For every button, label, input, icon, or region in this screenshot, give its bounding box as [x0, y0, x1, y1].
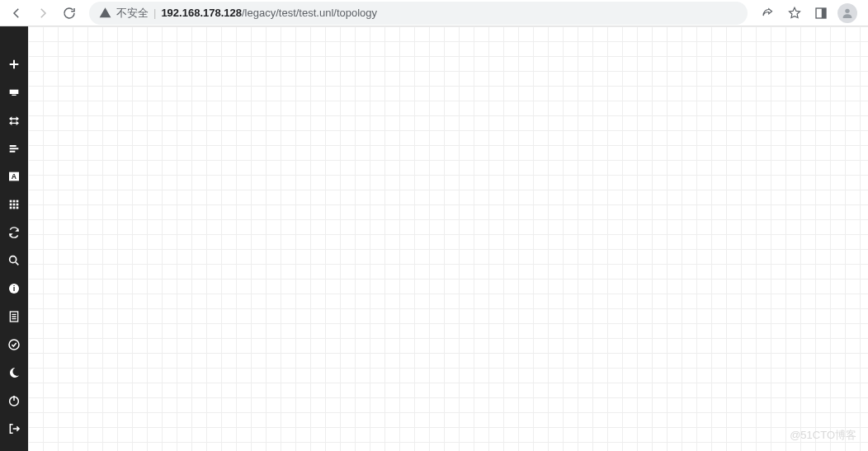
moon-icon: [7, 366, 21, 379]
zoom-icon: [7, 254, 21, 267]
avatar-icon: [837, 3, 857, 23]
svg-text:i: i: [13, 284, 16, 293]
server-icon: [7, 86, 21, 99]
svg-rect-8: [13, 200, 16, 203]
sidebar-item-dark[interactable]: [0, 364, 28, 381]
sidebar-item-power[interactable]: [0, 392, 28, 409]
sidebar-item-logout[interactable]: [0, 420, 28, 437]
svg-point-2: [845, 8, 849, 12]
arrow-right-icon: [35, 6, 50, 21]
sidebar-item-configs[interactable]: [0, 140, 28, 157]
arrows-h-icon: [7, 114, 21, 127]
profile-button[interactable]: [835, 1, 860, 26]
svg-rect-1: [822, 8, 826, 18]
sidebar-item-networks[interactable]: [0, 112, 28, 129]
svg-rect-10: [10, 204, 12, 206]
info-icon: i: [7, 282, 21, 295]
logout-icon: [7, 422, 21, 435]
doc-lines-icon: [7, 310, 21, 323]
sidebar-item-nodes[interactable]: [0, 84, 28, 101]
check-circle-icon: [7, 338, 21, 351]
plus-icon: [7, 58, 21, 71]
sidebar-item-grid[interactable]: [0, 196, 28, 213]
svg-rect-3: [10, 90, 19, 94]
refresh-icon: [7, 226, 21, 239]
sidebar-item-status[interactable]: [0, 336, 28, 353]
share-button[interactable]: [756, 1, 781, 26]
not-secure-icon: [99, 7, 111, 19]
watermark: @51CTO博客: [790, 428, 856, 443]
share-icon: [761, 6, 776, 21]
not-secure-label: 不安全: [116, 6, 149, 21]
sidebar-item-zoom[interactable]: [0, 252, 28, 269]
sidebar-item-refresh[interactable]: [0, 224, 28, 241]
svg-rect-7: [10, 200, 12, 203]
topology-canvas[interactable]: @51CTO博客: [28, 26, 868, 451]
sidebar-item-add[interactable]: [0, 56, 28, 73]
svg-text:A: A: [12, 172, 17, 181]
app-body: A i @51CTO博客: [0, 26, 868, 451]
separator: |: [153, 7, 156, 19]
svg-rect-12: [17, 204, 19, 206]
sidebar-item-logs[interactable]: [0, 308, 28, 325]
svg-point-20: [9, 340, 19, 350]
arrow-left-icon: [9, 6, 24, 21]
svg-rect-14: [13, 207, 16, 209]
sidebar-item-info[interactable]: i: [0, 280, 28, 297]
reload-icon: [62, 6, 77, 21]
sidebar-item-text[interactable]: A: [0, 168, 28, 185]
bookmark-button[interactable]: [782, 1, 807, 26]
back-button[interactable]: [5, 2, 28, 25]
browser-toolbar: 不安全 | 192.168.178.128/legacy/test/test.u…: [0, 0, 868, 26]
url-text: 192.168.178.128/legacy/test/test.unl/top…: [161, 7, 377, 19]
svg-point-16: [10, 256, 17, 263]
side-panel-button[interactable]: [809, 1, 833, 26]
address-bar[interactable]: 不安全 | 192.168.178.128/legacy/test/test.u…: [89, 2, 748, 25]
svg-rect-4: [12, 95, 16, 96]
power-icon: [7, 394, 21, 407]
svg-rect-11: [13, 204, 16, 206]
svg-rect-13: [10, 207, 12, 209]
text-a-icon: A: [7, 170, 21, 183]
grid-icon: [7, 198, 21, 211]
panel-icon: [814, 6, 828, 21]
svg-rect-9: [17, 200, 19, 203]
svg-rect-15: [17, 207, 19, 209]
left-sidebar: A i: [0, 26, 28, 451]
reload-button[interactable]: [58, 2, 81, 25]
forward-button[interactable]: [31, 2, 54, 25]
star-icon: [787, 6, 802, 21]
list-icon: [7, 142, 21, 155]
